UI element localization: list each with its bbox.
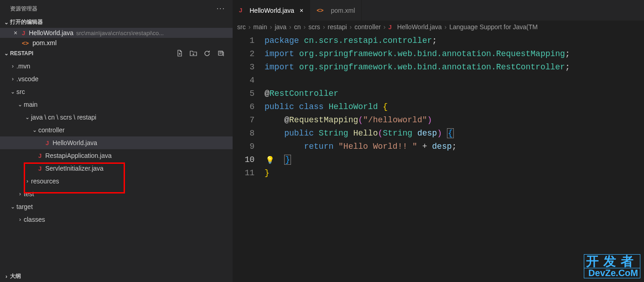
- code-editor[interactable]: 1234567891011💡 package cn.scrs.restapi.c…: [233, 33, 644, 282]
- new-folder-icon[interactable]: [190, 50, 197, 57]
- token: org.springframework.web.bind.annotation.…: [299, 49, 565, 58]
- code-line[interactable]: package cn.scrs.restapi.controller;: [265, 34, 644, 47]
- line-number: 11: [233, 167, 254, 180]
- java-icon: J: [22, 30, 25, 37]
- open-editors-header[interactable]: ⌄ 打开的编辑器: [0, 16, 233, 28]
- tree-item[interactable]: ›resources: [0, 175, 233, 188]
- chevron-right-icon: ›: [288, 23, 292, 31]
- refresh-icon[interactable]: [203, 50, 211, 57]
- tab[interactable]: <>pom.xml: [310, 0, 362, 21]
- token: "/helloworld": [363, 115, 427, 125]
- tree-label: classes: [24, 216, 45, 223]
- project-actions: [176, 50, 229, 57]
- tree-item[interactable]: ⌄main: [0, 98, 233, 111]
- close-icon[interactable]: ×: [300, 7, 303, 14]
- breadcrumb-item[interactable]: src: [237, 23, 246, 31]
- tree-item[interactable]: ›.vscode: [0, 73, 233, 85]
- token: {: [383, 102, 388, 111]
- code-content[interactable]: package cn.scrs.restapi.controller;impor…: [265, 34, 644, 282]
- code-line[interactable]: @RequestMapping("/helloworld"): [265, 114, 644, 127]
- open-editor-item[interactable]: ×JHelloWorld.javasrc\main\java\cn\scrs\r…: [0, 28, 233, 38]
- code-line[interactable]: public class HelloWorld {: [265, 100, 644, 114]
- tab[interactable]: JHelloWorld.java×: [233, 0, 310, 21]
- token: @: [265, 89, 270, 98]
- open-editor-item[interactable]: <>pom.xml: [0, 38, 233, 48]
- breadcrumb-item[interactable]: java: [275, 23, 286, 31]
- tree-item[interactable]: ›test: [0, 188, 233, 200]
- tree-label: ServletInitializer.java: [45, 165, 104, 172]
- tree-item[interactable]: ⌄target: [0, 200, 233, 213]
- chevron-right-icon: ›: [9, 63, 16, 69]
- chevron-right-icon: ›: [248, 23, 252, 31]
- breadcrumb-item[interactable]: cn: [294, 23, 301, 31]
- more-icon[interactable]: ···: [217, 5, 225, 13]
- chevron-right-icon: ›: [24, 178, 31, 184]
- breadcrumb-item[interactable]: main: [253, 23, 267, 31]
- code-line[interactable]: return "Hello World!! " + desp;: [265, 140, 644, 153]
- token: org.springframework.web.bind.annotation.…: [299, 63, 565, 72]
- token: (: [378, 129, 383, 138]
- tree-label: test: [24, 190, 34, 198]
- code-line[interactable]: public String Hello(String desp) {: [265, 127, 644, 140]
- token: RequestMapping: [289, 115, 358, 125]
- tree-item[interactable]: ⌄java \ cn \ scrs \ restapi: [0, 111, 233, 124]
- tab-bar: JHelloWorld.java×<>pom.xml: [233, 0, 644, 21]
- token: (: [358, 115, 363, 125]
- project-header[interactable]: ⌄ RESTAPI: [0, 48, 233, 59]
- outline-label: 大纲: [10, 272, 21, 280]
- line-number: 3: [233, 61, 254, 74]
- chevron-right-icon: ›: [269, 23, 273, 31]
- code-line[interactable]: import org.springframework.web.bind.anno…: [265, 47, 644, 61]
- breadcrumb-item[interactable]: restapi: [328, 23, 347, 31]
- new-file-icon[interactable]: [176, 50, 183, 57]
- tree-label: RestapiApplication.java: [45, 152, 112, 159]
- collapse-all-icon[interactable]: [217, 50, 224, 57]
- java-icon: J: [46, 140, 49, 146]
- code-line[interactable]: [265, 74, 644, 87]
- chevron-down-icon: ⌄: [31, 127, 38, 133]
- outline-header[interactable]: › 大纲: [0, 271, 233, 282]
- tree-label: target: [16, 203, 33, 210]
- java-icon: J: [38, 165, 42, 172]
- code-line[interactable]: }: [265, 153, 644, 167]
- token: }: [284, 155, 291, 165]
- tree-item[interactable]: ⌄src: [0, 85, 233, 98]
- code-line[interactable]: }: [265, 167, 644, 180]
- line-number: 4: [233, 74, 254, 87]
- chevron-down-icon: ⌄: [9, 204, 16, 210]
- token: ;: [565, 63, 570, 72]
- close-icon[interactable]: ×: [14, 29, 22, 37]
- line-number: 7: [233, 114, 254, 127]
- editor-name: pom.xml: [32, 39, 57, 47]
- breadcrumb-file[interactable]: HelloWorld.java: [397, 23, 442, 31]
- breadcrumb-item[interactable]: scrs: [308, 23, 320, 31]
- token: ;: [432, 36, 437, 45]
- token: desp: [417, 129, 437, 138]
- tree-label: src: [16, 88, 25, 95]
- token: {: [447, 128, 454, 138]
- tree-item[interactable]: ›.mvn: [0, 60, 233, 73]
- breadcrumb-tail[interactable]: Language Support for Java(TM: [449, 23, 538, 31]
- chevron-down-icon: ⌄: [16, 101, 24, 108]
- tree-item[interactable]: JServletInitializer.java: [0, 162, 233, 175]
- tree-item[interactable]: ⌄controller: [0, 124, 233, 136]
- tree-item[interactable]: ›classes: [0, 213, 233, 226]
- tree-label: resources: [31, 178, 59, 185]
- code-line[interactable]: @RestController: [265, 87, 644, 100]
- tree-label: main: [24, 101, 37, 108]
- token: ;: [565, 49, 570, 58]
- watermark-line1: 开发者: [584, 254, 640, 268]
- chevron-right-icon: ›: [16, 216, 24, 223]
- token: desp: [432, 142, 452, 151]
- line-number: 5: [233, 87, 254, 100]
- line-number: 1: [233, 34, 254, 47]
- code-line[interactable]: import org.springframework.web.bind.anno…: [265, 61, 644, 74]
- tree-item[interactable]: JHelloWorld.java: [0, 136, 233, 149]
- breadcrumb-item[interactable]: controller: [354, 23, 381, 31]
- token: ;: [452, 142, 457, 151]
- line-gutter: 1234567891011💡: [233, 34, 265, 282]
- tree-item[interactable]: JRestapiApplication.java: [0, 149, 233, 162]
- tree-label: HelloWorld.java: [52, 139, 97, 146]
- token: public class: [265, 102, 328, 111]
- token: public: [284, 129, 319, 138]
